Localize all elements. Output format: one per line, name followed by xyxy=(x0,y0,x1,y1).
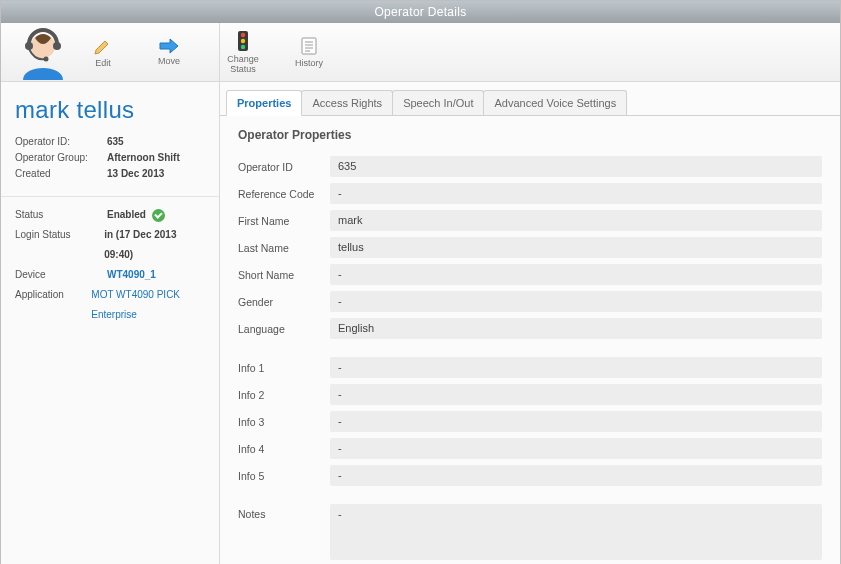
pencil-icon xyxy=(93,36,113,56)
prop-row: Info 3- xyxy=(238,411,822,432)
prop-label: Info 2 xyxy=(238,389,330,401)
prop-value: - xyxy=(330,411,822,432)
tab-access-rights[interactable]: Access Rights xyxy=(301,90,393,116)
prop-row: LanguageEnglish xyxy=(238,318,822,339)
prop-value: English xyxy=(330,318,822,339)
prop-row: First Namemark xyxy=(238,210,822,231)
value-login-status: in (17 Dec 2013 09:40) xyxy=(104,225,205,265)
prop-row: Operator ID635 xyxy=(238,156,822,177)
prop-row: Reference Code- xyxy=(238,183,822,204)
prop-label: Gender xyxy=(238,296,330,308)
label-device: Device xyxy=(15,265,107,285)
tab-properties[interactable]: Properties xyxy=(226,90,302,116)
value-operator-group: Afternoon Shift xyxy=(107,150,180,166)
svg-point-3 xyxy=(44,57,49,62)
prop-row: Gender- xyxy=(238,291,822,312)
value-status: Enabled xyxy=(107,205,165,225)
tab-advanced-voice[interactable]: Advanced Voice Settings xyxy=(483,90,627,116)
link-application[interactable]: MOT WT4090 PICK Enterprise xyxy=(91,285,205,325)
operator-status-block: Status Enabled Login Status in (17 Dec 2… xyxy=(1,205,219,335)
svg-point-7 xyxy=(241,44,245,48)
prop-value: mark xyxy=(330,210,822,231)
label-operator-group: Operator Group: xyxy=(15,150,107,166)
arrow-right-icon xyxy=(158,38,180,54)
edit-button[interactable]: Edit xyxy=(86,36,120,69)
prop-value: - xyxy=(330,264,822,285)
prop-value: - xyxy=(330,465,822,486)
operator-avatar-icon xyxy=(15,26,71,82)
document-icon xyxy=(300,36,318,56)
main: Change Status History xyxy=(220,23,840,564)
svg-point-5 xyxy=(241,32,245,36)
prop-label: Info 3 xyxy=(238,416,330,428)
prop-value: - xyxy=(330,357,822,378)
value-notes: - xyxy=(330,504,822,560)
prop-row: Info 2- xyxy=(238,384,822,405)
history-button[interactable]: History xyxy=(292,36,326,69)
prop-label: Short Name xyxy=(238,269,330,281)
enabled-check-icon xyxy=(152,209,165,222)
label-login-status: Login Status xyxy=(15,225,104,265)
label-notes: Notes xyxy=(238,504,330,520)
label-operator-id: Operator ID: xyxy=(15,134,107,150)
prop-row: Info 4- xyxy=(238,438,822,459)
label-application: Application xyxy=(15,285,91,325)
toolbar-right: Change Status History xyxy=(220,23,840,82)
svg-point-2 xyxy=(53,42,61,50)
prop-value: 635 xyxy=(330,156,822,177)
tab-speech-in-out[interactable]: Speech In/Out xyxy=(392,90,484,116)
change-status-button[interactable]: Change Status xyxy=(226,30,260,75)
label-status: Status xyxy=(15,205,107,225)
titlebar: Operator Details xyxy=(1,1,840,23)
svg-point-6 xyxy=(241,38,245,42)
window-title: Operator Details xyxy=(374,5,466,19)
panel-title: Operator Properties xyxy=(238,128,822,142)
prop-label: Reference Code xyxy=(238,188,330,200)
sidebar: Edit Move mark tellus Operator ID: 635 O… xyxy=(1,23,220,564)
prop-row: Last Nametellus xyxy=(238,237,822,258)
prop-row-notes: Notes - xyxy=(238,504,822,560)
value-operator-id: 635 xyxy=(107,134,124,150)
svg-point-1 xyxy=(25,42,33,50)
prop-value: tellus xyxy=(330,237,822,258)
sidebar-divider xyxy=(1,196,219,197)
prop-label: Info 4 xyxy=(238,443,330,455)
tabbar: Properties Access Rights Speech In/Out A… xyxy=(226,90,840,116)
label-created: Created xyxy=(15,166,107,182)
prop-label: Last Name xyxy=(238,242,330,254)
svg-rect-8 xyxy=(302,38,316,54)
window: Operator Details Edit Move xyxy=(0,0,841,564)
traffic-light-icon xyxy=(236,30,250,52)
content-area: Edit Move mark tellus Operator ID: 635 O… xyxy=(1,23,840,564)
prop-value: - xyxy=(330,384,822,405)
prop-value: - xyxy=(330,291,822,312)
prop-label: Info 1 xyxy=(238,362,330,374)
properties-panel: Operator Properties Operator ID635Refere… xyxy=(220,116,840,564)
prop-row: Info 1- xyxy=(238,357,822,378)
prop-label: Language xyxy=(238,323,330,335)
prop-label: Operator ID xyxy=(238,161,330,173)
prop-label: First Name xyxy=(238,215,330,227)
prop-value: - xyxy=(330,183,822,204)
prop-label: Info 5 xyxy=(238,470,330,482)
value-created: 13 Dec 2013 xyxy=(107,166,164,182)
prop-row: Info 5- xyxy=(238,465,822,486)
move-button[interactable]: Move xyxy=(152,38,186,67)
prop-row: Short Name- xyxy=(238,264,822,285)
operator-name: mark tellus xyxy=(1,82,219,134)
operator-meta: Operator ID: 635 Operator Group: Afterno… xyxy=(1,134,219,192)
prop-value: - xyxy=(330,438,822,459)
link-device[interactable]: WT4090_1 xyxy=(107,265,156,285)
